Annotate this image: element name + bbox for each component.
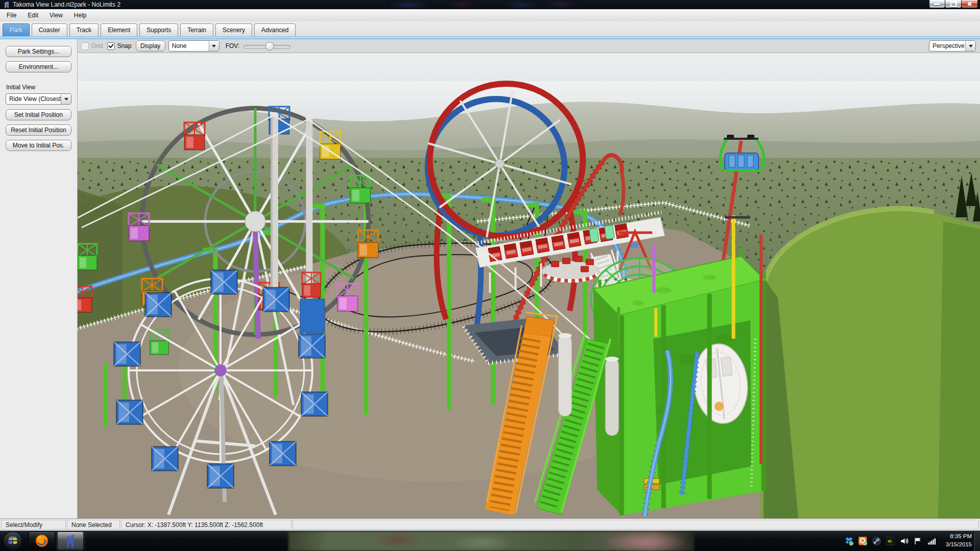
park-settings-button[interactable]: Park Settings... — [6, 46, 71, 57]
firefox-icon — [35, 534, 49, 548]
nolimits-app-icon — [3, 1, 10, 8]
window-title: Takoma View Land.nl2park - NoLimits 2 — [13, 0, 120, 9]
menu-edit[interactable]: Edit — [22, 10, 44, 20]
environment-button[interactable]: Environment... — [6, 61, 71, 72]
show-desktop-button[interactable] — [973, 531, 980, 551]
clock-time: 8:35 PM — [938, 532, 972, 540]
action-center-flag-icon[interactable] — [914, 537, 922, 545]
tab-advanced[interactable]: Advanced — [254, 23, 296, 36]
tab-element[interactable]: Element — [101, 23, 137, 36]
park-sidebar: Park Settings... Environment... Initial … — [0, 39, 78, 518]
grid-label: Grid — [91, 42, 103, 49]
display-button[interactable]: Display — [136, 40, 165, 52]
tab-terrain[interactable]: Terrain — [180, 23, 213, 36]
fov-slider[interactable] — [243, 41, 290, 51]
tab-supports[interactable]: Supports — [139, 23, 178, 36]
menu-file[interactable]: File — [1, 10, 22, 20]
menu-help[interactable]: Help — [68, 10, 92, 20]
restore-button[interactable] — [945, 0, 962, 8]
nvidia-icon[interactable] — [886, 537, 895, 545]
snap-checkbox[interactable] — [107, 42, 115, 50]
nolimits-icon — [63, 534, 78, 548]
initial-view-value: Ride View (Closest — [6, 95, 61, 103]
fov-slider-thumb[interactable] — [265, 42, 274, 51]
move-to-initial-button[interactable]: Move to Initial Pos. — [6, 140, 71, 151]
firefox-taskbar-button[interactable] — [29, 532, 55, 550]
3d-viewport[interactable] — [0, 53, 980, 518]
projection-dropdown[interactable]: Perspective — [929, 40, 976, 52]
windows-taskbar: 8:35 PM 3/15/2015 — [0, 531, 980, 551]
reset-initial-position-button[interactable]: Reset Initial Position — [6, 124, 71, 136]
taskbar-glass-reflection — [288, 531, 694, 551]
display-mode-dropdown[interactable]: None — [168, 40, 219, 52]
nolimits-taskbar-button[interactable] — [57, 532, 84, 550]
network-signal-icon[interactable] — [927, 537, 936, 545]
status-mode: Select/Modify — [1, 520, 66, 530]
chevron-down-icon[interactable] — [61, 94, 71, 104]
dropbox-icon[interactable] — [845, 537, 853, 545]
status-bar: Select/Modify None Selected Cursor: X: -… — [0, 518, 980, 531]
volume-icon[interactable] — [900, 537, 909, 545]
initial-view-dropdown[interactable]: Ride View (Closest — [6, 93, 71, 105]
orange-sync-icon[interactable] — [859, 537, 867, 545]
status-empty — [292, 520, 979, 530]
grid-checkbox[interactable] — [81, 42, 89, 50]
tab-scenery[interactable]: Scenery — [215, 23, 252, 36]
menu-view[interactable]: View — [44, 10, 68, 20]
status-cursor-coordinates: Cursor: X: -1387.500ft Y: 1135.500ft Z: … — [121, 520, 291, 530]
screen: Takoma View Land.nl2park - NoLimits 2 Fi… — [0, 0, 980, 551]
close-button[interactable] — [961, 0, 978, 8]
minimize-button[interactable] — [929, 0, 945, 8]
taskbar-clock[interactable]: 8:35 PM 3/15/2015 — [938, 532, 972, 548]
chevron-down-icon[interactable] — [965, 41, 975, 51]
title-bar: Takoma View Land.nl2park - NoLimits 2 — [0, 0, 980, 9]
status-selection: None Selected — [67, 520, 120, 530]
tab-park[interactable]: Park — [3, 23, 30, 36]
system-tray — [845, 531, 936, 551]
fov-label: FOV: — [226, 42, 240, 49]
tab-coaster[interactable]: Coaster — [32, 23, 67, 36]
windows-start-orb[interactable] — [4, 532, 22, 550]
set-initial-position-button[interactable]: Set Initial Position — [6, 109, 71, 120]
snap-label: Snap — [117, 42, 132, 49]
menu-bar: File Edit View Help — [0, 9, 980, 21]
tab-track[interactable]: Track — [69, 23, 99, 36]
clock-date: 3/15/2015 — [938, 540, 972, 548]
chevron-down-icon[interactable] — [209, 41, 219, 51]
editor-tab-bar: Park Coaster Track Element Supports Terr… — [0, 21, 980, 36]
steam-icon[interactable] — [872, 537, 881, 545]
toolbar: Grid Snap Display None FOV: Perspective — [78, 39, 980, 53]
initial-view-label: Initial View — [6, 84, 77, 91]
projection-value: Perspective — [929, 42, 965, 49]
display-mode-value: None — [169, 42, 209, 49]
